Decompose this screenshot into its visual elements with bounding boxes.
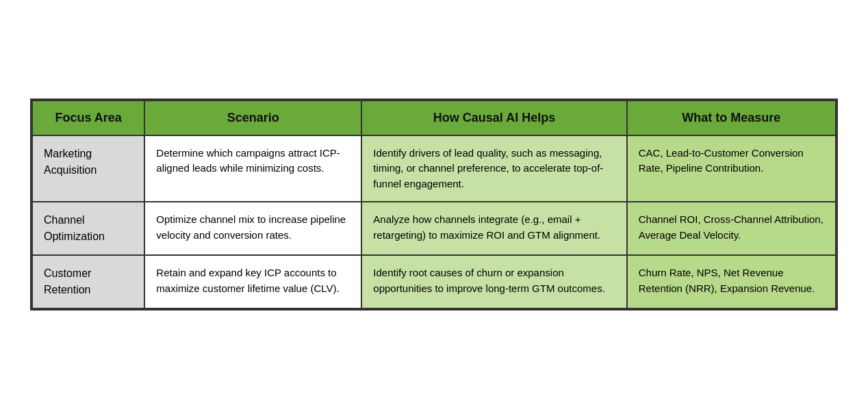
cell-scenario-1: Optimize channel mix to increase pipelin… [144, 202, 361, 255]
header-scenario: Scenario [144, 101, 361, 135]
cell-focus-0: Marketing Acquisition [32, 135, 144, 202]
cell-causal-1: Analyze how channels integrate (e.g., em… [361, 202, 626, 255]
main-table-wrapper: Focus Area Scenario How Causal AI Helps … [30, 98, 838, 311]
cell-causal-2: Identify root causes of churn or expansi… [361, 255, 626, 308]
cell-scenario-2: Retain and expand key ICP accounts to ma… [144, 255, 361, 308]
cell-causal-0: Identify drivers of lead quality, such a… [361, 135, 626, 202]
header-row: Focus Area Scenario How Causal AI Helps … [32, 101, 836, 135]
cell-focus-1: Channel Optimization [32, 202, 144, 255]
cell-scenario-0: Determine which campaigns attract ICP-al… [144, 135, 361, 202]
table-row: Customer RetentionRetain and expand key … [32, 255, 836, 308]
causal-ai-table: Focus Area Scenario How Causal AI Helps … [31, 100, 837, 310]
cell-focus-2: Customer Retention [32, 255, 144, 308]
cell-measure-2: Churn Rate, NPS, Net Revenue Retention (… [627, 255, 836, 308]
table-row: Channel OptimizationOptimize channel mix… [32, 202, 836, 255]
header-focus: Focus Area [32, 101, 144, 135]
cell-measure-1: Channel ROI, Cross-Channel Attribution, … [627, 202, 836, 255]
header-causal: How Causal AI Helps [361, 101, 626, 135]
table-row: Marketing AcquisitionDetermine which cam… [32, 135, 836, 202]
cell-measure-0: CAC, Lead-to-Customer Conversion Rate, P… [627, 135, 836, 202]
header-measure: What to Measure [627, 101, 836, 135]
